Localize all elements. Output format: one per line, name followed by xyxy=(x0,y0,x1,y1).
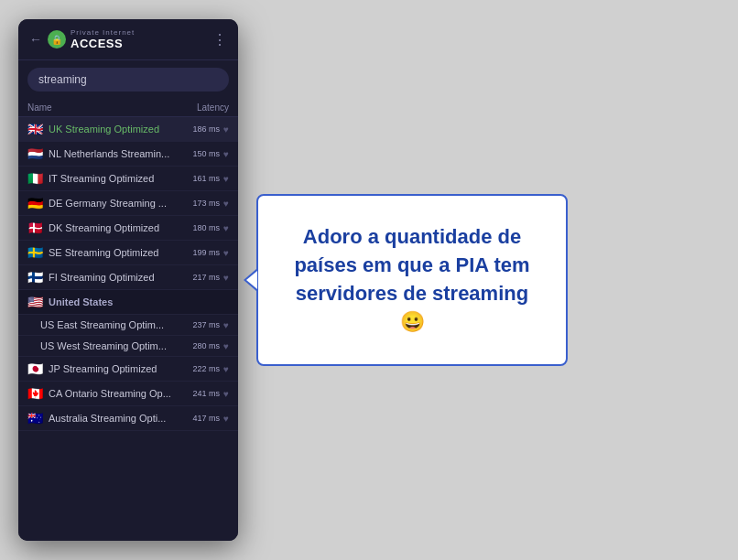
favorite-icon[interactable]: ♥ xyxy=(223,248,229,258)
favorite-icon[interactable]: ♥ xyxy=(223,223,229,233)
callout-box: Adoro a quantidade de países em que a PI… xyxy=(256,194,568,365)
flag-icon: 🇩🇪 xyxy=(27,196,43,210)
server-item-left: 🇳🇱 NL Netherlands Streamin... xyxy=(27,146,193,161)
server-item-right: 237 ms ♥ xyxy=(193,320,229,330)
latency-value: 241 ms xyxy=(193,389,221,398)
list-item[interactable]: 🇸🇪 SE Streaming Optimized 199 ms ♥ xyxy=(18,241,238,265)
server-item-right: 417 ms ♥ xyxy=(193,414,229,424)
callout-emoji: 😀 xyxy=(400,310,425,333)
latency-value: 180 ms xyxy=(193,223,221,232)
header-left: ← 🔒 Private Internet ACCESS xyxy=(29,28,135,50)
server-name: NL Netherlands Streamin... xyxy=(49,148,169,159)
favorite-icon[interactable]: ♥ xyxy=(223,149,229,159)
latency-value: 280 ms xyxy=(193,341,221,350)
server-item-left: 🇮🇹 IT Streaming Optimized xyxy=(27,171,193,186)
list-item[interactable]: 🇩🇰 DK Streaming Optimized 180 ms ♥ xyxy=(18,216,238,241)
server-item-right: 150 ms ♥ xyxy=(193,149,229,159)
server-item-right: 199 ms ♥ xyxy=(193,248,229,258)
flag-icon: 🇺🇸 xyxy=(27,295,43,309)
server-name: Australia Streaming Opti... xyxy=(49,413,166,424)
favorite-icon[interactable]: ♥ xyxy=(223,364,229,374)
flag-icon: 🇮🇹 xyxy=(27,171,43,186)
latency-value: 237 ms xyxy=(193,320,221,329)
list-item[interactable]: 🇳🇱 NL Netherlands Streamin... 150 ms ♥ xyxy=(18,142,238,167)
flag-icon: 🇳🇱 xyxy=(27,146,43,161)
server-item-right: 161 ms ♥ xyxy=(193,174,229,184)
favorite-icon[interactable]: ♥ xyxy=(223,389,229,399)
flag-icon: 🇫🇮 xyxy=(27,270,43,285)
favorite-icon[interactable]: ♥ xyxy=(223,124,229,135)
callout-text: Adoro a quantidade de países em que a PI… xyxy=(281,223,543,336)
favorite-icon[interactable]: ♥ xyxy=(223,273,229,283)
pia-app: ← 🔒 Private Internet ACCESS ⋮ Name Laten… xyxy=(18,19,238,541)
list-item[interactable]: 🇩🇪 DE Germany Streaming ... 173 ms ♥ xyxy=(18,191,238,216)
list-item[interactable]: 🇮🇹 IT Streaming Optimized 161 ms ♥ xyxy=(18,167,238,191)
latency-value: 222 ms xyxy=(193,364,221,373)
flag-icon: 🇬🇧 xyxy=(27,122,43,136)
server-item-right: 217 ms ♥ xyxy=(193,273,229,283)
favorite-icon[interactable]: ♥ xyxy=(223,341,229,351)
server-name: DK Streaming Optimized xyxy=(49,222,159,233)
list-item[interactable]: 🇫🇮 FI Streaming Optimized 217 ms ♥ xyxy=(18,265,238,290)
server-item-left: 🇩🇪 DE Germany Streaming ... xyxy=(27,196,193,210)
server-item-left: 🇩🇰 DK Streaming Optimized xyxy=(27,221,193,235)
search-input[interactable] xyxy=(27,68,229,92)
list-item[interactable]: 🇯🇵 JP Streaming Optimized 222 ms ♥ xyxy=(18,357,238,382)
flag-icon: 🇦🇺 xyxy=(27,411,43,425)
logo-text: ACCESS xyxy=(71,37,135,50)
logo-subtitle: Private Internet xyxy=(71,28,135,37)
col-name-label: Name xyxy=(27,102,52,113)
server-item-left: US West Streaming Optim... xyxy=(40,340,193,351)
server-name: UK Streaming Optimized xyxy=(49,124,159,135)
col-latency-label: Latency xyxy=(197,102,229,113)
back-button[interactable]: ← xyxy=(29,32,42,47)
latency-value: 186 ms xyxy=(193,124,221,134)
flag-icon: 🇩🇰 xyxy=(27,221,43,235)
country-header[interactable]: 🇺🇸 United States xyxy=(18,290,238,315)
logo-icon: 🔒 xyxy=(48,30,66,48)
favorite-icon[interactable]: ♥ xyxy=(223,414,229,424)
server-name: US East Streaming Optim... xyxy=(40,319,164,330)
server-name: JP Streaming Optimized xyxy=(49,363,157,374)
server-item-left: 🇸🇪 SE Streaming Optimized xyxy=(27,245,193,260)
server-name: US West Streaming Optim... xyxy=(40,340,167,351)
server-name: CA Ontario Streaming Op... xyxy=(49,388,171,399)
server-item-right: 180 ms ♥ xyxy=(193,223,229,233)
server-item-right: 186 ms ♥ xyxy=(193,124,229,135)
logo-area: 🔒 Private Internet ACCESS xyxy=(48,28,135,50)
latency-value: 417 ms xyxy=(193,414,221,423)
latency-value: 173 ms xyxy=(193,199,221,208)
server-name: IT Streaming Optimized xyxy=(49,173,154,184)
server-item-left: 🇦🇺 Australia Streaming Opti... xyxy=(27,411,193,425)
favorite-icon[interactable]: ♥ xyxy=(223,199,229,209)
list-item[interactable]: 🇨🇦 CA Ontario Streaming Op... 241 ms ♥ xyxy=(18,382,238,406)
server-item-right: 173 ms ♥ xyxy=(193,199,229,209)
server-item-right: 241 ms ♥ xyxy=(193,389,229,399)
server-item-right: 222 ms ♥ xyxy=(193,364,229,374)
server-item-left: US East Streaming Optim... xyxy=(40,319,193,330)
server-list[interactable]: 🇬🇧 UK Streaming Optimized 186 ms ♥ 🇳🇱 NL… xyxy=(18,117,238,541)
server-item-left: 🇯🇵 JP Streaming Optimized xyxy=(27,361,193,376)
latency-value: 150 ms xyxy=(193,149,221,158)
favorite-icon[interactable]: ♥ xyxy=(223,174,229,184)
search-area xyxy=(18,60,238,99)
server-item-left: 🇨🇦 CA Ontario Streaming Op... xyxy=(27,386,193,401)
list-item[interactable]: US West Streaming Optim... 280 ms ♥ xyxy=(18,336,238,357)
latency-value: 161 ms xyxy=(193,174,221,183)
server-item-left: 🇫🇮 FI Streaming Optimized xyxy=(27,270,193,285)
list-item[interactable]: 🇬🇧 UK Streaming Optimized 186 ms ♥ xyxy=(18,117,238,142)
flag-icon: 🇯🇵 xyxy=(27,361,43,376)
server-name: FI Streaming Optimized xyxy=(49,272,155,283)
menu-icon[interactable]: ⋮ xyxy=(212,31,227,48)
logo-stack: Private Internet ACCESS xyxy=(71,28,135,50)
server-item-left: 🇬🇧 UK Streaming Optimized xyxy=(27,122,193,136)
flag-icon: 🇸🇪 xyxy=(27,245,43,260)
list-item[interactable]: 🇦🇺 Australia Streaming Opti... 417 ms ♥ xyxy=(18,406,238,431)
app-header: ← 🔒 Private Internet ACCESS ⋮ xyxy=(18,19,238,60)
country-name: United States xyxy=(49,296,113,307)
server-name: SE Streaming Optimized xyxy=(49,247,158,258)
latency-value: 217 ms xyxy=(193,273,221,282)
favorite-icon[interactable]: ♥ xyxy=(223,320,229,330)
column-headers: Name Latency xyxy=(18,99,238,117)
list-item[interactable]: US East Streaming Optim... 237 ms ♥ xyxy=(18,315,238,336)
